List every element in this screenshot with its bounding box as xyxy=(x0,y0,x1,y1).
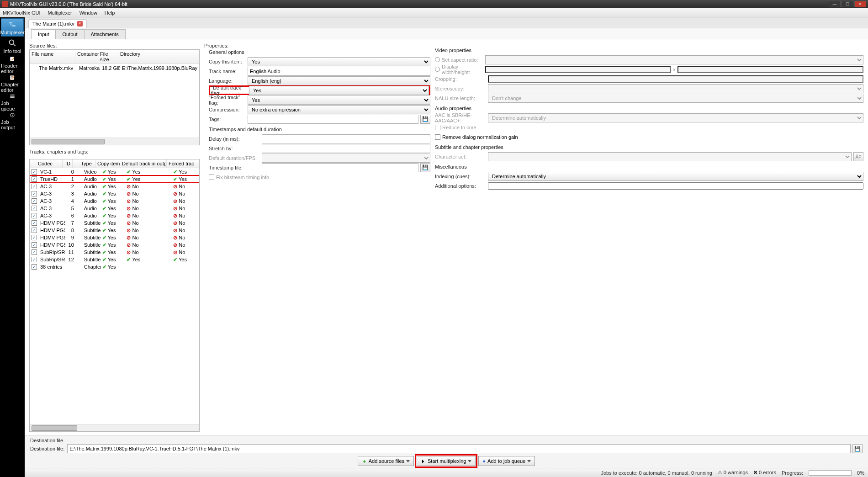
tracks-label: Tracks, chapters and tags: xyxy=(29,149,200,154)
track-checkbox[interactable] xyxy=(32,198,37,204)
destination-input[interactable] xyxy=(67,444,851,453)
type-icon xyxy=(77,176,82,181)
col-filename[interactable]: File name xyxy=(30,50,75,64)
indexing-select[interactable]: Determine automatically xyxy=(488,172,863,181)
stretch-input[interactable] xyxy=(262,144,430,153)
type-icon xyxy=(77,198,82,203)
col-codec[interactable]: Codec xyxy=(30,159,63,168)
track-checkbox[interactable] xyxy=(32,191,37,196)
track-checkbox[interactable] xyxy=(32,169,37,175)
menu-gui[interactable]: MKVToolNix GUI xyxy=(3,10,41,16)
add-source-files-button[interactable]: ＋Add source files xyxy=(358,456,414,466)
track-checkbox[interactable] xyxy=(32,249,37,255)
default-duration-label: Default duration/FPS: xyxy=(209,155,262,161)
file-tab[interactable]: The Matrix (1).mkv × xyxy=(28,19,87,28)
track-checkbox[interactable] xyxy=(32,213,37,218)
status-progress-label: Progress: xyxy=(782,470,803,476)
file-tab-close-icon[interactable]: × xyxy=(77,21,83,26)
language-select[interactable]: English (eng) xyxy=(248,76,430,85)
aspect-select xyxy=(485,55,863,64)
sidebar-joboutput[interactable]: Job output xyxy=(1,112,24,130)
track-row[interactable]: HDMV PGS10Subtitles✔ Yes⊘ No⊘ No xyxy=(30,241,199,249)
track-row[interactable]: AC-33Audio✔ Yes⊘ No⊘ No xyxy=(30,190,199,197)
col-default[interactable]: Default track in output xyxy=(120,159,167,168)
col-id[interactable]: ID xyxy=(63,159,73,168)
track-row[interactable]: HDMV PGS8Subtitles✔ Yes⊘ No⊘ No xyxy=(30,227,199,234)
aspect-radio xyxy=(435,57,440,62)
track-checkbox[interactable] xyxy=(32,228,37,233)
aac-select: Determine automatically xyxy=(488,113,863,122)
sidebar-jobqueue[interactable]: Job queue xyxy=(1,93,24,111)
track-checkbox[interactable] xyxy=(32,176,37,182)
track-row[interactable]: AC-34Audio✔ Yes⊘ No⊘ No xyxy=(30,197,199,205)
col-copy[interactable]: Copy item xyxy=(95,159,120,168)
type-icon xyxy=(77,205,82,211)
tab-input[interactable]: Input xyxy=(31,29,56,39)
tab-attachments[interactable]: Attachments xyxy=(84,29,126,39)
tracks-list[interactable]: Codec ID Type Copy item Default track in… xyxy=(29,159,200,432)
track-checkbox[interactable] xyxy=(32,257,37,262)
trackname-input[interactable] xyxy=(248,67,430,76)
subtitle-props-header: Subtitle and chapter properties xyxy=(435,144,863,150)
maximize-button[interactable]: ☐ xyxy=(842,1,853,7)
timestamp-file-browse-button[interactable]: 💾 xyxy=(420,163,430,172)
sidebar-item-label: Job queue xyxy=(1,101,24,111)
tags-input[interactable] xyxy=(248,115,418,124)
remove-dialnorm-checkbox[interactable] xyxy=(435,134,440,140)
track-row[interactable]: HDMV PGS9Subtitles✔ Yes⊘ No⊘ No xyxy=(30,234,199,241)
copy-item-select[interactable]: Yes xyxy=(248,57,430,66)
default-track-select[interactable]: Yes xyxy=(249,86,429,95)
track-checkbox[interactable] xyxy=(32,264,37,270)
track-row[interactable]: HDMV PGS7Subtitles✔ Yes⊘ No⊘ No xyxy=(30,219,199,227)
tracks-hscroll[interactable] xyxy=(30,424,199,431)
file-tabs: The Matrix (1).mkv × xyxy=(25,17,868,28)
destination-browse-button[interactable]: 💾 xyxy=(852,444,863,453)
track-row[interactable]: SubRip/SRT12Subtitles✔ Yes✔ Yes✔ Yes xyxy=(30,256,199,263)
video-props-header: Video properties xyxy=(435,48,863,53)
sidebar-chaptereditor[interactable]: Chapter editor xyxy=(1,74,24,93)
fix-bitstream-checkbox xyxy=(209,175,214,180)
timestamp-file-label: Timestamp file: xyxy=(209,165,262,170)
track-row[interactable]: VC-10Video✔ Yes✔ Yes✔ Yes xyxy=(30,168,199,175)
compression-select[interactable]: No extra compression xyxy=(248,105,430,114)
track-row[interactable]: AC-35Audio✔ Yes⊘ No⊘ No xyxy=(30,205,199,212)
track-row[interactable]: AC-36Audio✔ Yes⊘ No⊘ No xyxy=(30,212,199,219)
delay-input[interactable] xyxy=(262,134,430,143)
track-checkbox[interactable] xyxy=(32,206,37,211)
forced-track-select[interactable]: Yes xyxy=(248,95,430,105)
track-row[interactable]: AC-32Audio✔ Yes⊘ No⊘ No xyxy=(30,183,199,190)
menu-window[interactable]: Window xyxy=(79,10,97,16)
track-checkbox[interactable] xyxy=(32,235,37,240)
start-multiplexing-button[interactable]: ⏵Start multiplexing xyxy=(417,456,476,466)
col-type[interactable]: Type xyxy=(73,159,95,168)
track-checkbox[interactable] xyxy=(32,220,37,226)
timestamp-file-input[interactable] xyxy=(262,163,418,172)
col-filesize[interactable]: File size xyxy=(98,50,118,64)
tab-output[interactable]: Output xyxy=(55,29,84,39)
col-forced[interactable]: Forced track xyxy=(167,159,194,168)
menu-multiplexer[interactable]: Multiplexer xyxy=(48,10,72,16)
col-directory[interactable]: Directory xyxy=(118,50,199,64)
svg-rect-6 xyxy=(10,95,14,95)
stereo-select xyxy=(488,84,863,93)
sidebar-multiplexer[interactable]: Multiplexer xyxy=(1,18,24,37)
sidebar-infotool[interactable]: Info tool xyxy=(1,37,24,55)
add-to-job-queue-button[interactable]: ●Add to job queue xyxy=(478,456,535,466)
sidebar-headereditor[interactable]: Header editor xyxy=(1,56,24,74)
tags-browse-button[interactable]: 💾 xyxy=(420,115,430,124)
source-file-row[interactable]: The Matrix.mkv Matroska 18.2 GiB E:\The.… xyxy=(30,64,199,72)
track-row[interactable]: 38 entriesChapters✔ Yes xyxy=(30,263,199,270)
track-checkbox[interactable] xyxy=(32,184,37,189)
source-files-list[interactable]: File name Container File size Directory … xyxy=(29,49,200,145)
addl-options-input[interactable] xyxy=(488,182,863,190)
sidebar-item-label: Header editor xyxy=(1,63,24,74)
source-files-hscroll[interactable] xyxy=(30,138,199,145)
minimize-button[interactable]: — xyxy=(829,1,841,7)
addl-options-label: Additional options: xyxy=(435,183,488,189)
track-row[interactable]: SubRip/SRT11Subtitles✔ Yes⊘ No⊘ No xyxy=(30,249,199,256)
col-container[interactable]: Container xyxy=(75,50,98,64)
track-row[interactable]: TrueHD1Audio✔ Yes✔ Yes✔ Yes xyxy=(30,175,199,183)
menu-help[interactable]: Help xyxy=(105,10,115,16)
track-checkbox[interactable] xyxy=(32,242,37,248)
close-button[interactable]: ✕ xyxy=(854,1,866,7)
